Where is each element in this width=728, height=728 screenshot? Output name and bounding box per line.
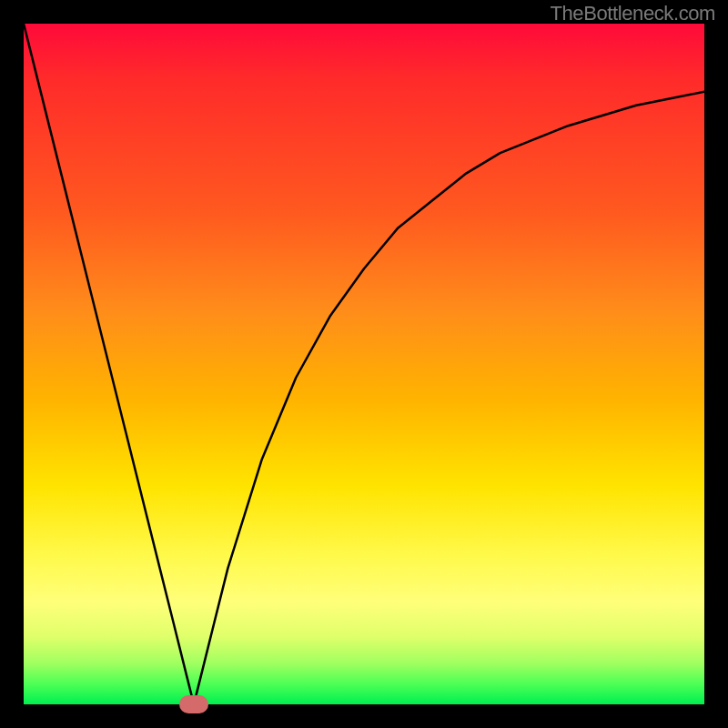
chart-plot-area: [24, 24, 704, 704]
attribution-text: TheBottleneck.com: [550, 2, 715, 25]
curve-svg: [24, 24, 704, 704]
bottleneck-curve: [24, 24, 704, 704]
min-marker: [179, 695, 208, 713]
